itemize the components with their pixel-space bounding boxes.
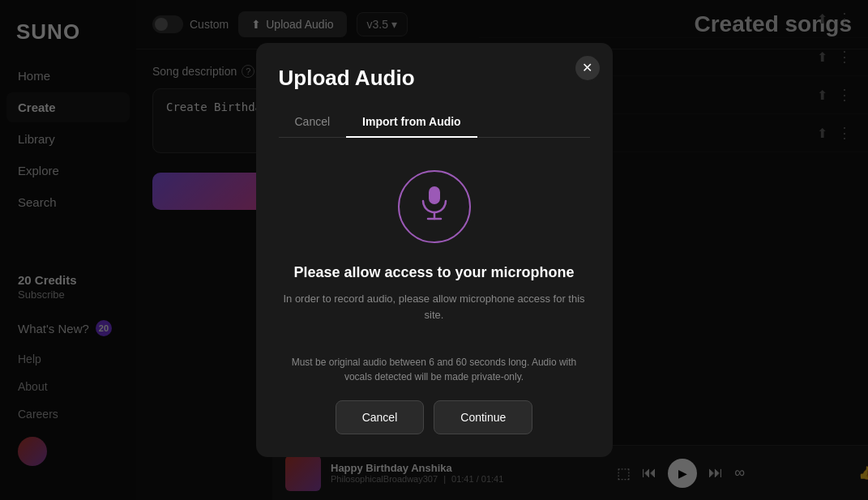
allow-microphone-desc: In order to record audio, please allow m… xyxy=(279,291,590,323)
allow-microphone-title: Please allow access to your microphone xyxy=(293,263,574,283)
modal-tabs: Cancel Import from Audio xyxy=(279,107,590,138)
modal-overlay: ✕ Upload Audio Cancel Import from Audio … xyxy=(0,0,868,500)
tab-cancel[interactable]: Cancel xyxy=(279,107,347,138)
modal-footer-note: Must be original audio between 6 and 60 … xyxy=(279,355,590,384)
upload-audio-modal: ✕ Upload Audio Cancel Import from Audio … xyxy=(256,43,613,457)
modal-body: Please allow access to your microphone I… xyxy=(279,154,590,355)
microphone-icon xyxy=(418,185,451,228)
tab-import-from-audio[interactable]: Import from Audio xyxy=(346,107,477,138)
mic-circle xyxy=(398,170,471,243)
modal-cancel-button[interactable]: Cancel xyxy=(336,400,425,434)
close-icon: ✕ xyxy=(582,60,592,75)
modal-continue-button[interactable]: Continue xyxy=(434,400,532,434)
modal-close-button[interactable]: ✕ xyxy=(575,56,600,80)
modal-actions: Cancel Continue xyxy=(279,400,590,434)
svg-rect-0 xyxy=(429,186,440,204)
modal-title: Upload Audio xyxy=(279,66,590,91)
